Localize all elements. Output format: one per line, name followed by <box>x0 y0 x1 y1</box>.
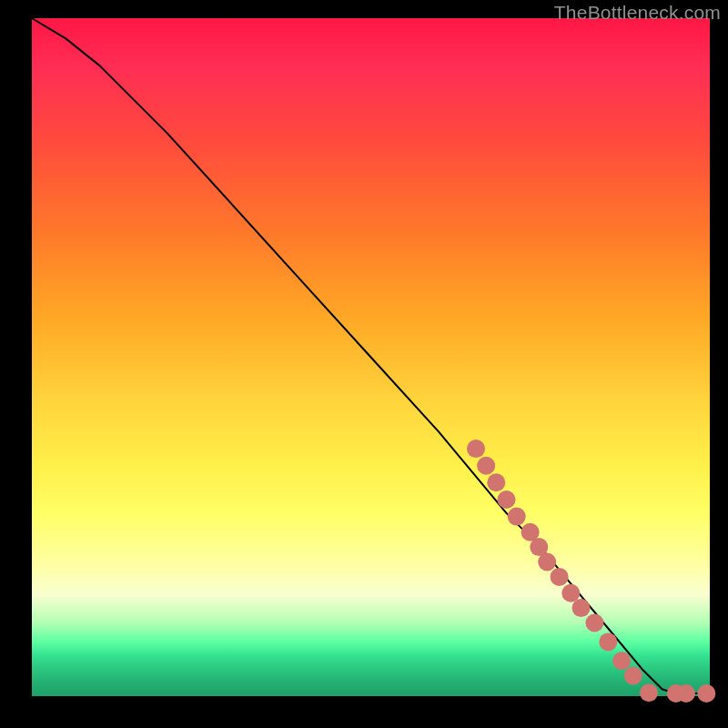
curve-marker <box>561 584 580 602</box>
curve-marker <box>508 508 526 526</box>
curve-line <box>32 18 710 693</box>
curve-marker <box>585 614 603 632</box>
curve-marker <box>538 553 556 571</box>
curve-marker <box>599 632 617 651</box>
curve-marker <box>612 652 631 670</box>
watermark-text: TheBottleneck.com <box>554 2 721 24</box>
curve-markers <box>467 440 715 703</box>
curve-marker <box>498 490 516 509</box>
curve-marker <box>551 568 569 586</box>
curve-marker <box>487 473 505 491</box>
curve-marker <box>677 684 695 703</box>
curve-marker <box>624 667 642 685</box>
curve-marker <box>477 457 495 475</box>
plot-area <box>32 18 710 696</box>
curve-marker <box>697 684 715 703</box>
curve-marker <box>467 440 485 458</box>
chart-svg <box>32 18 710 696</box>
chart-stage: TheBottleneck.com <box>0 0 728 728</box>
curve-marker <box>640 683 658 702</box>
curve-marker <box>572 599 591 617</box>
